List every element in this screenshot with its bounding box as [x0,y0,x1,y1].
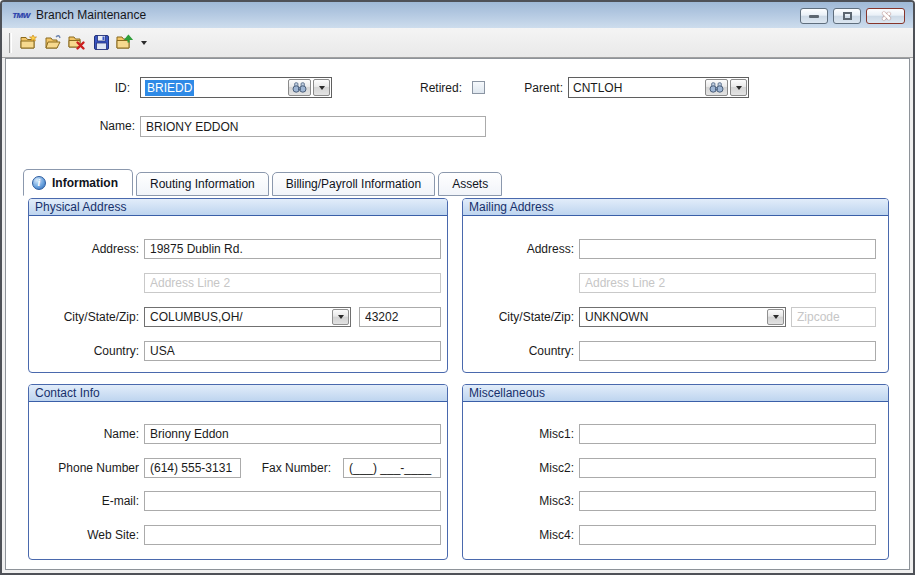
misc4-label: Misc4: [479,525,574,545]
mailing-city-dropdown[interactable]: UNKNOWN [579,307,786,327]
mailing-address2-input[interactable] [579,273,876,293]
phone-number-label: Phone Number [39,458,139,478]
physical-city-value: COLUMBUS,OH/ [145,308,331,326]
name-input[interactable] [140,116,486,137]
chevron-down-icon [319,86,325,90]
misc4-input[interactable] [579,525,876,545]
mailing-country-input[interactable] [579,341,876,361]
mailing-city-value: UNKNOWN [580,308,766,326]
toolbar-grip[interactable] [9,33,12,53]
info-icon: i [32,176,46,190]
restore-icon [843,12,852,20]
phone-number-input[interactable] [144,458,241,478]
new-folder-icon [20,34,38,51]
id-label: ID: [80,78,130,98]
parent-value[interactable]: CNTLOH [569,78,704,97]
close-button[interactable] [866,8,905,24]
address-label: Address: [39,239,139,259]
misc3-input[interactable] [579,491,876,511]
tab-routing-information[interactable]: Routing Information [136,172,269,196]
toolbar-overflow-button[interactable] [137,31,151,54]
mailing-address-header: Mailing Address [463,199,888,216]
mailing-address-input[interactable] [579,239,876,259]
website-label: Web Site: [39,525,139,545]
miscellaneous-header: Miscellaneous [463,385,888,402]
mailing-zip-input[interactable] [791,307,876,327]
address-label: Address: [479,239,574,259]
tab-label: Information [52,176,118,190]
miscellaneous-group: Miscellaneous Misc1: Misc2: Misc3: Misc4… [462,384,889,560]
chevron-down-icon [338,315,344,319]
email-label: E-mail: [39,491,139,511]
id-dropdown-button[interactable] [313,79,330,96]
delete-button[interactable] [65,31,89,54]
physical-address2-input[interactable] [144,273,441,293]
country-label: Country: [39,341,139,361]
window-title: Branch Maintenance [36,8,146,22]
physical-zip-input[interactable] [359,307,441,327]
retired-checkbox[interactable] [472,81,485,94]
parent-combo[interactable]: CNTLOH [568,77,749,98]
open-folder-icon [44,34,62,51]
tab-information[interactable]: i Information [23,169,133,196]
delete-folder-icon [68,34,86,51]
physical-address-group: Physical Address Address: City/State/Zip… [28,198,448,373]
restore-button[interactable] [833,8,861,24]
tab-assets[interactable]: Assets [438,172,502,196]
open-button[interactable] [41,31,65,54]
physical-city-dropdown-button[interactable] [332,309,349,325]
physical-city-dropdown[interactable]: COLUMBUS,OH/ [144,307,351,327]
export-button[interactable] [113,31,137,54]
contact-info-group: Contact Info Name: Phone Number Fax Numb… [28,384,448,560]
save-icon [93,34,110,51]
city-state-zip-label: City/State/Zip: [479,307,574,327]
name-label: Name: [65,116,135,136]
id-selected-text: BRIEDD [145,80,194,96]
tab-billing-payroll-information[interactable]: Billing/Payroll Information [272,172,435,196]
contact-name-input[interactable] [144,424,441,444]
contact-name-label: Name: [39,424,139,444]
fax-number-input[interactable] [343,458,441,478]
fax-number-label: Fax Number: [244,458,331,478]
id-combo[interactable]: BRIEDD [140,77,332,98]
misc1-label: Misc1: [479,424,574,444]
parent-dropdown-button[interactable] [730,79,747,96]
window-controls [800,6,905,24]
mailing-address-group: Mailing Address Address: City/State/Zip:… [462,198,889,373]
binoculars-icon [292,82,307,93]
tab-label: Billing/Payroll Information [286,177,421,191]
titlebar: TMW Branch Maintenance [2,2,913,28]
physical-address-input[interactable] [144,239,441,259]
email-input[interactable] [144,491,441,511]
misc2-input[interactable] [579,458,876,478]
retired-label: Retired: [382,78,462,98]
city-state-zip-label: City/State/Zip: [39,307,139,327]
chevron-down-icon [773,315,779,319]
id-lookup-button[interactable] [288,79,311,96]
minimize-icon [809,15,819,18]
parent-label: Parent: [513,78,563,98]
contact-info-header: Contact Info [29,385,447,402]
physical-address-header: Physical Address [29,199,447,216]
misc1-input[interactable] [579,424,876,444]
minimize-button[interactable] [800,8,828,24]
toolbar [2,28,913,58]
close-icon [881,11,891,21]
export-folder-icon [116,34,134,51]
save-button[interactable] [89,31,113,54]
misc3-label: Misc3: [479,491,574,511]
form-client-area: ID: BRIEDD Retired: Parent: CNTLOH [5,58,910,570]
country-label: Country: [479,341,574,361]
mailing-city-dropdown-button[interactable] [767,309,784,325]
website-input[interactable] [144,525,441,545]
new-button[interactable] [17,31,41,54]
binoculars-icon [709,82,724,93]
app-logo-icon: TMW [11,8,31,22]
parent-lookup-button[interactable] [705,79,728,96]
misc2-label: Misc2: [479,458,574,478]
id-value[interactable]: BRIEDD [141,78,287,97]
physical-country-input[interactable] [144,341,441,361]
tab-label: Routing Information [150,177,255,191]
tabstrip: i Information Routing Information Billin… [23,169,505,196]
chevron-down-icon [736,86,742,90]
